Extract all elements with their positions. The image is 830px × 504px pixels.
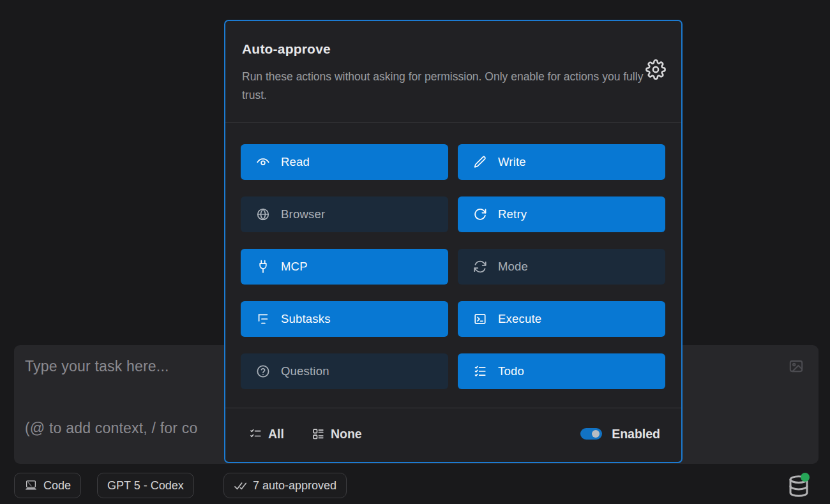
auto-approved-chip-label: 7 auto-approved [253,479,336,493]
auto-approve-grid: ReadWriteBrowserRetryMCPModeSubtasksExec… [225,123,681,408]
mode-toggle-button[interactable]: Mode [458,249,665,285]
list-unchecked-icon [312,427,325,441]
select-all-button[interactable]: All [249,427,284,441]
double-check-icon [234,479,247,493]
pencil-icon [473,155,487,169]
action-label: Execute [498,312,541,326]
question-toggle-button[interactable]: Question [241,353,448,389]
action-label: Mode [498,260,528,274]
browser-toggle-button[interactable]: Browser [241,196,448,232]
action-label: Browser [281,207,325,221]
task-input-placeholder: Type your task here... [25,358,169,375]
retry-toggle-button[interactable]: Retry [458,196,665,232]
enabled-toggle[interactable]: Enabled [580,427,660,441]
subtasks-toggle-button[interactable]: Subtasks [241,301,448,337]
action-label: Todo [498,364,524,378]
select-none-label: None [331,427,362,441]
question-icon [256,364,270,378]
sync-icon [473,260,487,274]
workspace-chip-label: Code [43,479,71,493]
workspace-chip[interactable]: Code [14,473,81,498]
todo-icon [473,364,487,378]
toggle-knob [592,430,600,438]
popup-header: Auto-approve Run these actions without a… [225,21,681,122]
action-label: Read [281,155,310,169]
laptop-icon [24,479,38,493]
gear-icon [645,59,666,80]
select-all-label: All [268,427,284,441]
popup-title: Auto-approve [242,41,665,57]
write-toggle-button[interactable]: Write [458,144,665,180]
popup-description: Run these actions without asking for per… [242,68,663,105]
subtasks-icon [256,312,270,326]
mcp-toggle-button[interactable]: MCP [241,249,448,285]
settings-button[interactable] [645,59,666,80]
database-button[interactable] [786,474,811,498]
checklist-icon [249,427,262,441]
globe-icon [256,207,270,221]
action-label: MCP [281,260,308,274]
auto-approved-chip[interactable]: 7 auto-approved [223,473,347,498]
model-chip-label: GPT 5 - Codex [107,479,184,493]
auto-approve-popup: Auto-approve Run these actions without a… [224,20,683,463]
image-icon[interactable] [788,358,804,374]
popup-footer: All None Enabled [225,408,681,462]
toggle-label: Enabled [612,427,660,441]
task-input-context-hint: (@ to add context, / for co [25,420,197,437]
read-toggle-button[interactable]: Read [241,144,448,180]
todo-toggle-button[interactable]: Todo [458,353,665,389]
status-dot [801,473,810,482]
action-label: Write [498,155,526,169]
execute-toggle-button[interactable]: Execute [458,301,665,337]
action-label: Question [281,364,329,378]
rotate-cw-icon [473,207,487,221]
model-chip[interactable]: GPT 5 - Codex [97,473,194,498]
action-label: Subtasks [281,312,331,326]
terminal-icon [473,312,487,326]
eye-icon [256,155,270,169]
action-label: Retry [498,207,527,221]
select-none-button[interactable]: None [312,427,362,441]
plug-icon [256,260,270,274]
toggle-switch[interactable] [580,428,602,440]
